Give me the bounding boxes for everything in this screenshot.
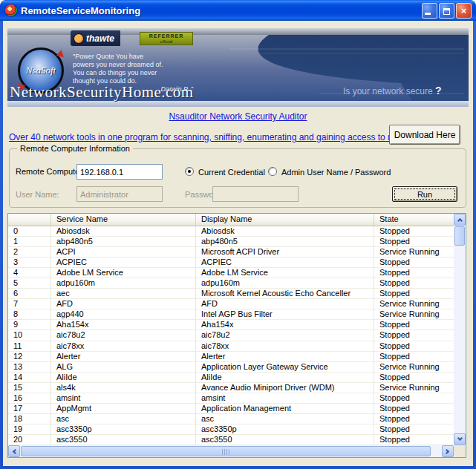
cell-c2: adpu160m — [196, 278, 374, 289]
table-row[interactable]: 12AlerterAlerterStopped — [8, 352, 454, 362]
cell-c0: 16 — [8, 393, 51, 404]
current-credential-radio[interactable] — [185, 167, 194, 176]
cell-c2: asc3350p — [196, 424, 374, 435]
cell-c3: Service Running — [374, 383, 454, 393]
table-row[interactable]: 0AbiosdskAbiosdskStopped — [8, 226, 454, 237]
nsauditor-link[interactable]: Nsauditor Network Security Auditor — [169, 111, 307, 122]
maximize-button[interactable] — [439, 3, 454, 19]
vertical-scrollbar[interactable] — [454, 214, 466, 445]
table-row[interactable]: 16amsintamsintStopped — [8, 393, 454, 404]
listview-header: Service Name Display Name State — [8, 214, 454, 226]
table-row[interactable]: 19asc3350pasc3350pStopped — [8, 424, 454, 435]
cell-c3: Stopped — [374, 341, 454, 352]
current-credential-label[interactable]: Current Credential — [198, 168, 265, 177]
run-button[interactable]: Run — [392, 186, 457, 202]
table-row[interactable]: 6aecMicrosoft Kernel Acoustic Echo Cance… — [8, 289, 454, 299]
table-row[interactable]: 5adpu160madpu160mStopped — [8, 278, 454, 289]
table-row[interactable]: 4Adobe LM ServiceAdobe LM ServiceStopped — [8, 268, 454, 278]
table-row[interactable]: 13ALGApplication Layer Gateway ServiceSe… — [8, 362, 454, 373]
column-header-state[interactable]: State — [374, 214, 454, 226]
cell-c1: als4k — [51, 383, 196, 393]
table-row[interactable]: 7AFDAFDService Running — [8, 299, 454, 309]
cell-c3: Stopped — [374, 320, 454, 330]
cell-c1: abp480n5 — [51, 237, 196, 247]
cell-c0: 3 — [8, 258, 51, 268]
cell-c0: 0 — [8, 226, 51, 237]
promo-link[interactable]: Over 40 network tools in one program for… — [9, 132, 428, 142]
cell-c3: Stopped — [374, 352, 454, 362]
table-row[interactable]: 8agp440Intel AGP Bus FilterService Runni… — [8, 309, 454, 320]
cell-c3: Service Running — [374, 362, 454, 373]
tagline-text: Is your network secure — [343, 86, 433, 96]
column-header-index[interactable] — [8, 214, 51, 226]
cell-c0: 15 — [8, 383, 51, 393]
window-title: RemoteServiceMonitoring — [21, 5, 140, 16]
cell-c2: Intel AGP Bus Filter — [196, 309, 374, 320]
cell-c1: adpu160m — [51, 278, 196, 289]
services-listview: Service Name Display Name State 0Abiosds… — [7, 213, 466, 458]
cell-c2: Avance Audio Miniport Driver (WDM) — [196, 383, 374, 393]
cell-c1: Abiosdsk — [51, 226, 196, 237]
app-window: RemoteServiceMonitoring × — [0, 0, 476, 469]
chevron-down-icon — [457, 436, 462, 441]
cell-c3: Stopped — [374, 289, 454, 299]
scroll-up-button[interactable] — [454, 214, 466, 226]
horizontal-scroll-thumb[interactable] — [21, 446, 431, 456]
quote-line: "Power Quote You have — [73, 53, 198, 61]
quote-line: powers you never dreamed of. — [73, 61, 198, 69]
column-header-display-name[interactable]: Display Name — [196, 214, 374, 226]
chevron-up-icon — [457, 218, 462, 223]
cell-c2: amsint — [196, 393, 374, 404]
cell-c1: AppMgmt — [51, 404, 196, 414]
download-here-button[interactable]: Download Here — [389, 125, 460, 145]
cell-c0: 14 — [8, 373, 51, 383]
cell-c0: 5 — [8, 278, 51, 289]
cell-c0: 8 — [8, 309, 51, 320]
cell-c1: ACPI — [51, 247, 196, 258]
minimize-button[interactable] — [422, 3, 437, 19]
cell-c0: 10 — [8, 330, 51, 341]
cell-c1: AliIde — [51, 373, 196, 383]
admin-credential-radio[interactable] — [268, 167, 277, 176]
password-input[interactable] — [212, 186, 299, 202]
table-row[interactable]: 9Aha154xAha154xStopped — [8, 320, 454, 330]
tagline-question-mark: ? — [435, 85, 442, 96]
vertical-scroll-thumb[interactable] — [454, 226, 465, 246]
cell-c0: 6 — [8, 289, 51, 299]
table-row[interactable]: 14AliIdeAliIdeStopped — [8, 373, 454, 383]
table-row[interactable]: 15als4kAvance Audio Miniport Driver (WDM… — [8, 383, 454, 393]
cell-c2: aic78xx — [196, 341, 374, 352]
close-button[interactable]: × — [456, 3, 472, 19]
cell-c1: aic78xx — [51, 341, 196, 352]
cell-c1: Adobe LM Service — [51, 268, 196, 278]
remote-computer-input[interactable] — [76, 164, 163, 180]
scroll-left-button[interactable] — [8, 445, 20, 457]
title-bar[interactable]: RemoteServiceMonitoring × — [0, 0, 476, 21]
horizontal-scrollbar[interactable] — [8, 445, 454, 457]
table-row[interactable]: 11aic78xxaic78xxStopped — [8, 341, 454, 352]
cell-c2: Application Layer Gateway Service — [196, 362, 374, 373]
table-row[interactable]: 1abp480n5abp480n5Stopped — [8, 237, 454, 247]
cell-c1: asc — [51, 414, 196, 424]
table-row[interactable]: 2ACPIMicrosoft ACPI DriverService Runnin… — [8, 247, 454, 258]
scroll-right-button[interactable] — [442, 445, 454, 457]
user-name-label: User Name: — [16, 190, 59, 199]
column-header-service-name[interactable]: Service Name — [51, 214, 196, 226]
cell-c2: AFD — [196, 299, 374, 309]
cell-c1: ALG — [51, 362, 196, 373]
table-row[interactable]: 10aic78u2aic78u2Stopped — [8, 330, 454, 341]
table-row[interactable]: 17AppMgmtApplication ManagementStopped — [8, 404, 454, 414]
scroll-grip — [222, 449, 229, 455]
cell-c2: asc3550 — [196, 435, 374, 445]
admin-credential-label[interactable]: Admin User Name / Password — [281, 168, 391, 177]
scroll-down-button[interactable] — [454, 433, 466, 445]
table-row[interactable]: 20asc3550asc3550Stopped — [8, 435, 454, 445]
chevron-left-icon — [13, 448, 18, 453]
quote-line: You can do things you never — [73, 69, 198, 77]
cell-c2: abp480n5 — [196, 237, 374, 247]
table-row[interactable]: 3ACPIECACPIECStopped — [8, 258, 454, 268]
site-name: NetworkSecurityHome.com — [10, 83, 194, 102]
table-row[interactable]: 18ascascStopped — [8, 414, 454, 424]
referrer-line2: official — [140, 39, 192, 44]
user-name-input[interactable] — [76, 186, 163, 202]
